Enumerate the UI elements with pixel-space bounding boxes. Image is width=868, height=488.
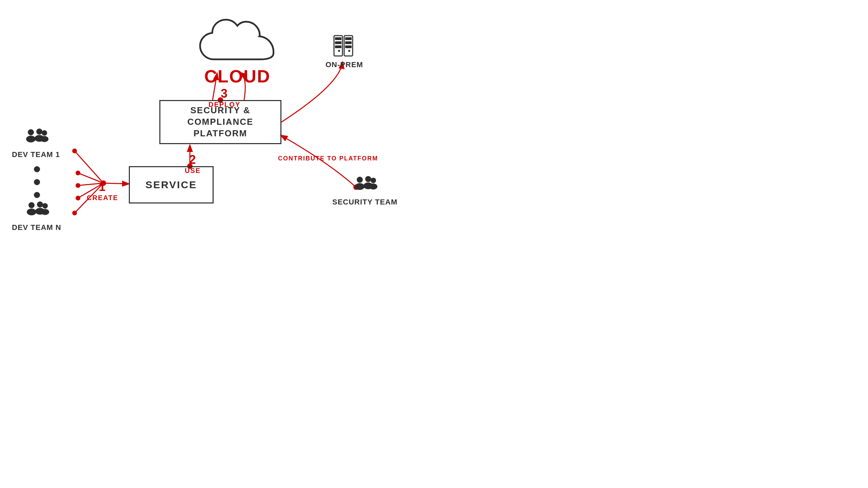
create-number: 1: [87, 180, 118, 194]
svg-rect-33: [335, 45, 341, 48]
svg-line-1: [75, 151, 103, 183]
deploy-number: 3: [209, 86, 240, 101]
dev-team-1-icon: [22, 127, 50, 148]
svg-point-8: [72, 149, 77, 153]
use-name: USE: [185, 167, 201, 175]
contribute-label: CONTRIBUTE TO PLATFORM: [278, 154, 378, 163]
svg-rect-31: [335, 37, 341, 40]
dot-3: [34, 192, 40, 198]
dev-team-1-label: DEV TEAM 1: [12, 150, 60, 159]
svg-rect-37: [345, 41, 352, 44]
svg-point-23: [40, 136, 48, 142]
svg-rect-32: [335, 41, 341, 44]
use-number: 2: [185, 153, 201, 167]
svg-point-12: [72, 211, 77, 215]
svg-point-40: [357, 177, 363, 183]
dev-team-n-icon: [23, 200, 50, 220]
svg-point-19: [26, 136, 36, 142]
arrows-svg: [0, 0, 868, 488]
cloud-icon: [197, 19, 278, 70]
create-name: CREATE: [87, 194, 118, 202]
svg-point-22: [42, 130, 47, 136]
svg-point-39: [348, 50, 350, 52]
svg-rect-38: [345, 45, 352, 48]
svg-point-18: [28, 129, 34, 135]
svg-point-26: [37, 201, 43, 208]
svg-point-24: [28, 202, 35, 208]
svg-point-42: [365, 176, 371, 182]
team-dots: [34, 166, 40, 198]
svg-point-34: [338, 50, 340, 52]
svg-point-44: [371, 178, 376, 183]
svg-point-9: [76, 171, 80, 175]
svg-point-10: [76, 183, 80, 188]
on-prem-label: ON-PREM: [326, 60, 363, 69]
on-prem-wrapper: ON-PREM: [326, 34, 363, 69]
deploy-label: 3 DEPLOY: [209, 86, 240, 109]
platform-label: SECURITY & COMPLIANCE PLATFORM: [160, 105, 280, 139]
create-label: 1 CREATE: [87, 180, 118, 202]
dev-team-n-label: DEV TEAM N: [12, 223, 61, 232]
service-box: SERVICE: [129, 166, 214, 203]
server-icon: [332, 34, 356, 58]
use-label: 2 USE: [185, 153, 201, 175]
cloud-wrapper: CLOUD: [197, 19, 278, 86]
deploy-name: DEPLOY: [209, 101, 240, 109]
svg-point-25: [27, 209, 36, 215]
svg-point-20: [36, 129, 42, 135]
diagram-container: CLOUD SECURITY & COMPLIANCE PLATFORM SER…: [0, 0, 868, 488]
svg-rect-36: [345, 37, 352, 40]
svg-point-29: [41, 209, 49, 215]
svg-point-45: [369, 183, 377, 190]
dev-team-1: DEV TEAM 1: [12, 127, 60, 159]
svg-point-28: [42, 203, 48, 209]
dot-1: [34, 166, 40, 172]
dot-2: [34, 179, 40, 185]
contribute-name: CONTRIBUTE TO PLATFORM: [278, 154, 378, 163]
dev-team-n: DEV TEAM N: [12, 200, 61, 232]
service-label: SERVICE: [145, 179, 197, 191]
security-team-label: SECURITY TEAM: [332, 198, 397, 207]
security-team-wrapper: SECURITY TEAM: [332, 175, 397, 207]
security-team-icon: [351, 175, 378, 195]
svg-point-41: [355, 183, 364, 190]
svg-point-11: [76, 196, 80, 200]
